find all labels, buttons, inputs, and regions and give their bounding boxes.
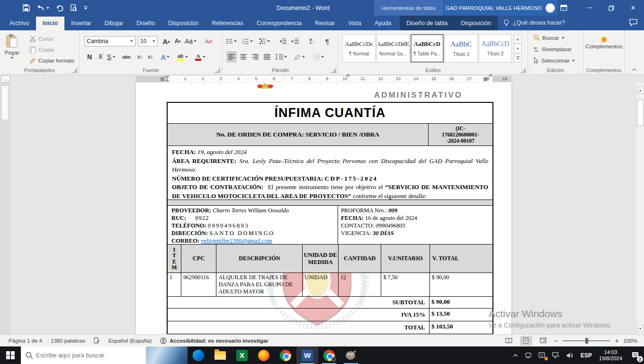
tab-diseno[interactable]: Diseño (130, 17, 161, 30)
email-link[interactable]: velizjeniffer2300@gmail.com (201, 237, 272, 244)
tab-referencias[interactable]: Referencias (205, 17, 250, 30)
paste-button[interactable]: Pegar (5, 34, 19, 59)
notification-center-icon[interactable]: 2 (626, 346, 644, 364)
text-effects-button[interactable]: A (160, 51, 170, 63)
align-right-button[interactable] (250, 51, 260, 63)
tab-diseno-de-tabla[interactable]: Diseño de tabla (400, 17, 454, 30)
grow-font-button[interactable]: A▴ (161, 36, 171, 47)
style-titulo-2[interactable]: AaBbCcD Título 2 (479, 34, 512, 63)
ruler-table-marker[interactable] (161, 77, 164, 81)
increase-indent-button[interactable] (290, 36, 300, 47)
show-paragraph-marks-button[interactable]: ¶ (322, 36, 332, 47)
styles-scroll-down-icon[interactable]: ▼ (514, 44, 522, 53)
zoom-out-button[interactable]: − (554, 337, 558, 345)
change-case-button[interactable]: Aa (185, 36, 197, 47)
account-area[interactable]: GAD PARROQUIAL VALLE HERMOSO (443, 0, 558, 16)
file-explorer-icon[interactable] (209, 346, 231, 364)
tab-disposicion-tabla[interactable]: Disposición (454, 17, 498, 30)
proofing-icon[interactable] (94, 337, 100, 344)
ruler-indent-marker-right[interactable] (488, 73, 493, 76)
save-icon[interactable] (23, 4, 30, 11)
clear-formatting-button[interactable]: A (204, 36, 214, 47)
taskbar-search[interactable] (21, 346, 188, 364)
font-name-combobox[interactable]: Cambria (84, 36, 135, 46)
shading-button[interactable] (294, 51, 305, 63)
clipboard-dialog-launcher[interactable] (72, 67, 77, 73)
scrollbar-thumb[interactable] (637, 100, 644, 126)
cut-button[interactable]: Cortar (29, 36, 54, 42)
read-mode-button[interactable] (503, 336, 515, 346)
redo-button[interactable] (56, 4, 63, 11)
keyboard-language[interactable]: ESP (577, 346, 595, 364)
update-tray-icon[interactable] (535, 346, 549, 364)
justify-button[interactable] (262, 51, 272, 63)
volume-tray-icon[interactable] (563, 346, 577, 364)
network-tray-icon[interactable] (549, 346, 563, 364)
highlight-color-button[interactable]: ab (177, 51, 188, 63)
align-left-button[interactable] (226, 51, 237, 63)
tab-revisar[interactable]: Revisar (308, 17, 341, 30)
chrome-icon[interactable] (275, 346, 296, 364)
vertical-scrollbar[interactable]: ▲ ▼ (636, 82, 644, 334)
chrome-profile-icon[interactable] (318, 346, 340, 364)
tab-archivo[interactable]: Archivo (3, 17, 36, 30)
italic-button[interactable]: K (96, 51, 106, 63)
accessibility-status[interactable]: Accesibilidad: es necesario investigar (160, 337, 268, 344)
format-painter-button[interactable]: Copiar formato (29, 57, 74, 64)
line-spacing-button[interactable] (276, 51, 287, 63)
font-dialog-launcher[interactable] (215, 67, 220, 73)
tab-disposicion[interactable]: Disposición (161, 17, 205, 30)
tray-expand-icon[interactable] (510, 346, 521, 364)
bold-button[interactable]: N (84, 51, 95, 63)
word-count[interactable]: 1380 palabras (51, 338, 85, 344)
shrink-font-button[interactable]: A▾ (172, 36, 183, 47)
zoom-slider[interactable] (563, 340, 610, 341)
align-center-button[interactable] (238, 51, 249, 63)
select-button[interactable]: Seleccionar (534, 57, 575, 64)
undo-button[interactable] (36, 5, 49, 11)
tab-dibujar[interactable]: Dibujar (98, 17, 130, 30)
subscript-button[interactable]: x2 (134, 51, 145, 63)
tab-inicio[interactable]: Inicio (36, 17, 65, 30)
font-color-button[interactable]: A (195, 51, 206, 63)
firefox-icon[interactable] (253, 346, 275, 364)
styles-gallery-more-icon[interactable]: ▼ (514, 53, 522, 63)
ruler-indent-marker-middle[interactable] (346, 73, 350, 76)
horizontal-ruler[interactable]: 1·2·3·4·5·6·7·8·9·10·11·12·13·14·15·16·1… (136, 76, 511, 82)
styles-scroll-up-icon[interactable]: ▲ (514, 34, 522, 44)
edge-icon[interactable] (188, 346, 209, 364)
style-table-paragraph[interactable]: AaBbCcD ¶ Table Pa... (411, 34, 444, 63)
font-size-combobox[interactable]: 10 (138, 36, 158, 46)
replace-button[interactable]: abac Reemplazar (534, 46, 572, 52)
bullets-button[interactable] (226, 36, 237, 47)
gimp-icon[interactable] (340, 346, 362, 364)
tab-ayuda[interactable]: Ayuda (368, 17, 398, 30)
ribbon-display-options-icon[interactable] (554, 0, 573, 16)
tell-me-box[interactable]: ¿Qué desea hacer? (498, 19, 571, 30)
taskbar-clock[interactable]: 14:03 19/8/2024 (595, 349, 626, 362)
minimize-button[interactable] (579, 0, 600, 16)
excel-icon[interactable]: X (231, 346, 253, 364)
style-normal-sa[interactable]: AaBbCcDdE Normal Sa... (376, 34, 410, 63)
find-button[interactable]: Buscar (534, 35, 564, 41)
styles-dialog-launcher[interactable] (520, 67, 526, 73)
page-indicator[interactable]: Página 1 de 4 (9, 338, 42, 344)
superscript-button[interactable]: x2 (145, 51, 155, 63)
word-icon[interactable]: W (296, 346, 318, 364)
web-layout-button[interactable] (537, 336, 549, 346)
underline-button[interactable]: S (106, 51, 116, 63)
numbering-button[interactable]: 123 (242, 36, 253, 47)
collapse-ribbon-icon[interactable] (629, 64, 639, 75)
customize-qat-icon[interactable] (84, 6, 88, 10)
print-preview-icon[interactable] (70, 4, 77, 11)
onedrive-tray-icon[interactable] (521, 346, 535, 364)
language-indicator[interactable]: Español (España) (108, 338, 152, 344)
vertical-ruler[interactable] (0, 82, 10, 334)
close-button[interactable]: × (622, 0, 644, 16)
tab-vista[interactable]: Vista (341, 17, 368, 30)
zoom-slider-thumb[interactable] (585, 338, 588, 344)
ruler-table-marker-right[interactable] (483, 77, 487, 81)
zoom-level[interactable]: 100% (624, 338, 637, 344)
decrease-indent-button[interactable] (277, 36, 288, 47)
scroll-up-icon[interactable]: ▲ (637, 86, 644, 94)
